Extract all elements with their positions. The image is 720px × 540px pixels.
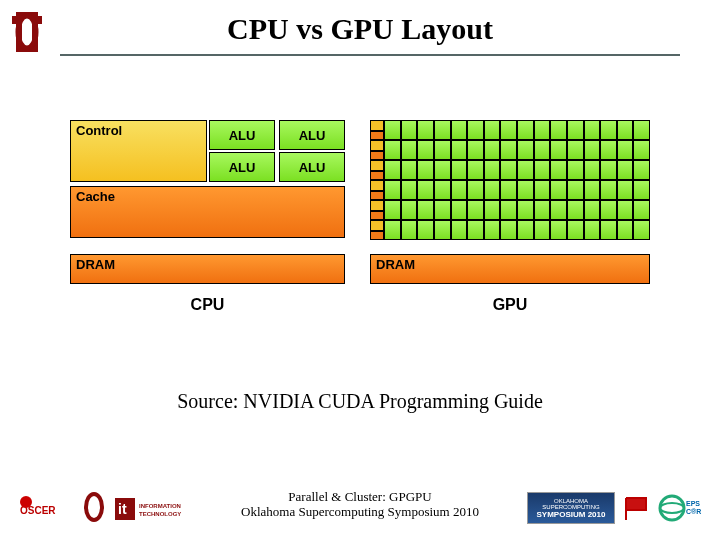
gpu-sm-row bbox=[370, 160, 650, 180]
footer: OSCER itINFORMATIONTECHNOLOGY OKLAHOMA S… bbox=[0, 468, 720, 528]
gpu-control-unit bbox=[370, 120, 384, 131]
gpu-alu bbox=[417, 220, 434, 240]
gpu-cache-unit bbox=[370, 171, 384, 180]
gpu-alu bbox=[467, 120, 484, 140]
gpu-alu bbox=[633, 180, 650, 200]
title-divider bbox=[60, 54, 680, 56]
gpu-alu bbox=[417, 200, 434, 220]
ou-logo bbox=[10, 10, 44, 58]
gpu-alu bbox=[500, 140, 517, 160]
gpu-cache-unit bbox=[370, 231, 384, 240]
gpu-control-unit bbox=[370, 140, 384, 151]
gpu-alu bbox=[500, 180, 517, 200]
gpu-control-unit bbox=[370, 180, 384, 191]
gpu-control-unit bbox=[370, 200, 384, 211]
gpu-alu bbox=[401, 180, 418, 200]
gpu-alu bbox=[384, 180, 401, 200]
gpu-alu bbox=[451, 120, 468, 140]
gpu-alu bbox=[401, 140, 418, 160]
gpu-alu bbox=[384, 120, 401, 140]
gpu-alu bbox=[600, 120, 617, 140]
gpu-cache-unit bbox=[370, 151, 384, 160]
gpu-alu bbox=[584, 140, 601, 160]
gpu-sm-row bbox=[370, 180, 650, 200]
gpu-alu bbox=[517, 160, 534, 180]
gpu-alu bbox=[633, 140, 650, 160]
gpu-alu bbox=[550, 140, 567, 160]
gpu-alu-array bbox=[384, 200, 650, 220]
gpu-alu bbox=[534, 180, 551, 200]
gpu-alu bbox=[584, 200, 601, 220]
gpu-alu bbox=[600, 200, 617, 220]
gpu-alu bbox=[550, 180, 567, 200]
gpu-alu bbox=[600, 180, 617, 200]
gpu-alu bbox=[417, 160, 434, 180]
gpu-alu bbox=[617, 140, 634, 160]
gpu-sm-row bbox=[370, 200, 650, 220]
cpu-alu: ALU bbox=[279, 120, 345, 150]
gpu-alu-array bbox=[384, 180, 650, 200]
gpu-alu bbox=[434, 200, 451, 220]
slide: CPU vs GPU Layout Control ALU ALU ALU AL… bbox=[0, 0, 720, 540]
gpu-alu bbox=[467, 160, 484, 180]
gpu-alu bbox=[467, 140, 484, 160]
gpu-alu bbox=[451, 200, 468, 220]
gpu-control-unit bbox=[370, 220, 384, 231]
gpu-alu-array bbox=[384, 160, 650, 180]
gpu-alu bbox=[434, 220, 451, 240]
gpu-alu bbox=[434, 140, 451, 160]
cpu-cache: Cache bbox=[70, 186, 345, 238]
footer-line-1: Parallel & Cluster: GPGPU bbox=[288, 489, 431, 504]
gpu-alu bbox=[567, 160, 584, 180]
gpu-alu bbox=[517, 120, 534, 140]
gpu-alu bbox=[484, 180, 501, 200]
gpu-alu-array bbox=[384, 220, 650, 240]
gpu-cache-unit bbox=[370, 191, 384, 200]
gpu-alu bbox=[434, 180, 451, 200]
gpu-alu bbox=[451, 160, 468, 180]
gpu-alu bbox=[550, 160, 567, 180]
slide-title: CPU vs GPU Layout bbox=[0, 0, 720, 46]
gpu-alu bbox=[633, 160, 650, 180]
cpu-control-unit: Control bbox=[70, 120, 207, 182]
gpu-alu bbox=[384, 220, 401, 240]
gpu-alu bbox=[500, 160, 517, 180]
gpu-alu bbox=[617, 220, 634, 240]
gpu-alu bbox=[417, 140, 434, 160]
gpu-alu bbox=[467, 220, 484, 240]
gpu-cache-unit bbox=[370, 131, 384, 140]
gpu-alu bbox=[567, 120, 584, 140]
gpu-alu bbox=[534, 200, 551, 220]
cpu-gpu-diagram: Control ALU ALU ALU ALU Cache DRAM CPU D… bbox=[70, 120, 650, 360]
gpu-alu bbox=[484, 200, 501, 220]
gpu-sm-row bbox=[370, 140, 650, 160]
gpu-alu bbox=[600, 140, 617, 160]
gpu-alu bbox=[567, 220, 584, 240]
gpu-alu bbox=[567, 200, 584, 220]
gpu-sm-row bbox=[370, 120, 650, 140]
gpu-alu bbox=[451, 180, 468, 200]
gpu-alu bbox=[584, 220, 601, 240]
gpu-alu bbox=[617, 180, 634, 200]
gpu-alu bbox=[517, 220, 534, 240]
gpu-alu bbox=[417, 180, 434, 200]
gpu-alu bbox=[467, 180, 484, 200]
gpu-alu bbox=[534, 120, 551, 140]
gpu-alu bbox=[633, 220, 650, 240]
cpu-alu: ALU bbox=[209, 152, 275, 182]
gpu-cache-unit bbox=[370, 211, 384, 220]
gpu-alu bbox=[434, 160, 451, 180]
gpu-dram: DRAM bbox=[370, 254, 650, 284]
gpu-control-unit bbox=[370, 160, 384, 171]
gpu-alu bbox=[534, 160, 551, 180]
gpu-sm-row bbox=[370, 220, 650, 240]
gpu-alu bbox=[500, 120, 517, 140]
gpu-label: GPU bbox=[370, 296, 650, 314]
gpu-alu bbox=[484, 120, 501, 140]
source-attribution: Source: NVIDIA CUDA Programming Guide bbox=[0, 390, 720, 413]
gpu-alu bbox=[550, 120, 567, 140]
gpu-alu bbox=[550, 220, 567, 240]
gpu-alu bbox=[401, 220, 418, 240]
footer-line-2: Oklahoma Supercomputing Symposium 2010 bbox=[241, 504, 479, 519]
gpu-alu bbox=[384, 200, 401, 220]
